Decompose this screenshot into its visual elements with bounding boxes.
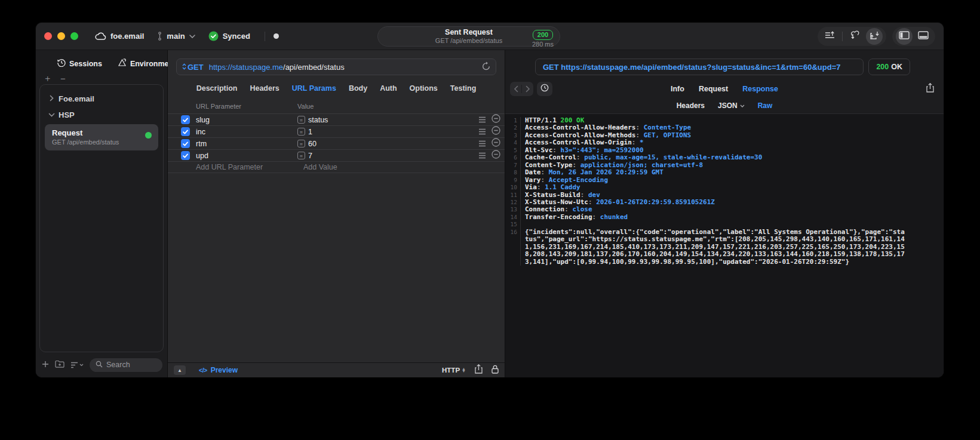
param-name-field[interactable]: slug: [196, 116, 297, 124]
new-folder-button[interactable]: [55, 359, 64, 370]
tab-options[interactable]: Options: [410, 84, 438, 93]
header-name: Vary: [525, 176, 541, 184]
close-window-button[interactable]: [44, 32, 52, 40]
header-value: public, max-age=15, stale-while-revalida…: [584, 153, 762, 161]
expand-panel-button[interactable]: ▲: [174, 365, 186, 375]
search-input[interactable]: Search: [90, 358, 162, 372]
lock-icon[interactable]: [491, 365, 499, 376]
export-response-button[interactable]: [926, 83, 934, 95]
pull-button[interactable]: [847, 28, 864, 45]
param-checkbox[interactable]: [181, 151, 190, 160]
request-url-path: /api/embed/status: [283, 63, 345, 72]
back-button[interactable]: [510, 82, 521, 96]
param-checkbox[interactable]: [181, 127, 190, 136]
tab-request[interactable]: Request: [699, 85, 728, 93]
header-colon: :: [635, 131, 643, 139]
request-url-bar[interactable]: GET https://statuspage.me/api/embed/stat…: [176, 59, 496, 75]
remove-session-button[interactable]: −: [60, 73, 66, 84]
header-name: Access-Control-Allow-Methods: [525, 131, 635, 139]
header-name: X-Status-Now-Utc: [525, 198, 588, 206]
minimize-window-button[interactable]: [57, 32, 65, 40]
delete-row-icon[interactable]: [491, 138, 500, 149]
header-value: application/json; charset=utf-8: [580, 161, 703, 169]
forward-button[interactable]: [522, 82, 533, 96]
http-version-selector[interactable]: HTTP ▲▼: [442, 367, 466, 374]
param-checkbox[interactable]: [181, 115, 190, 124]
param-name-field[interactable]: inc: [196, 128, 297, 136]
response-content[interactable]: 1HTTP/1.1 200 OK2Access-Control-Allow-He…: [505, 113, 944, 377]
header-value: Accept-Encoding: [549, 176, 608, 184]
share-request-button[interactable]: [475, 364, 483, 376]
history-nav: [510, 82, 552, 96]
header-name: Transfer-Encoding: [525, 213, 592, 221]
publish-button[interactable]: [821, 28, 838, 45]
branch-selector[interactable]: main: [157, 32, 195, 41]
tab-url-params[interactable]: URL Params: [292, 84, 336, 93]
list-options-button[interactable]: [70, 362, 84, 368]
add-session-button[interactable]: ＋: [43, 73, 52, 84]
sync-status[interactable]: Synced: [208, 31, 250, 41]
param-name-field[interactable]: rtm: [196, 140, 297, 148]
delete-row-icon[interactable]: [491, 114, 500, 125]
tab-headers[interactable]: Headers: [250, 84, 279, 93]
tab-testing[interactable]: Testing: [450, 84, 477, 93]
header-colon: :: [541, 176, 549, 184]
header-colon: :: [576, 153, 584, 161]
tree-item-foe-email[interactable]: Foe.email: [44, 91, 159, 107]
param-name-field[interactable]: upd: [196, 152, 297, 160]
param-row-icons: [478, 126, 500, 137]
tab-info[interactable]: Info: [671, 85, 684, 93]
bottom-panel-toggle-button[interactable]: [915, 28, 932, 45]
request-list-item[interactable]: Request GET /api/embed/status: [45, 124, 158, 150]
subtab-headers[interactable]: Headers: [677, 101, 705, 110]
activity-pill[interactable]: Sent Request GET /api/embed/status 200 2…: [377, 26, 560, 47]
stepper-arrows-icon: ▲▼: [462, 368, 466, 373]
tab-auth[interactable]: Auth: [380, 84, 397, 93]
project-menu[interactable]: foe.email: [95, 32, 144, 41]
search-icon: [96, 361, 103, 370]
recording-dot[interactable]: [274, 33, 279, 39]
method-selector[interactable]: GET: [182, 63, 204, 72]
delete-row-icon[interactable]: [491, 150, 500, 161]
tree-item-hsp[interactable]: HSP: [44, 107, 159, 123]
header-value: chunked: [600, 213, 628, 221]
header-value: GET, OPTIONS: [644, 131, 691, 139]
pull-icon: [850, 30, 861, 42]
delete-row-icon[interactable]: [491, 126, 500, 137]
reorder-handle-icon[interactable]: [478, 127, 486, 137]
response-status-code: 200: [876, 63, 889, 71]
reorder-handle-icon[interactable]: [478, 139, 486, 149]
zoom-window-button[interactable]: [70, 32, 78, 40]
response-request-line[interactable]: GET https://statuspage.me/api/embed/stat…: [535, 59, 864, 75]
request-url-text[interactable]: https://statuspage.me/api/embed/status: [209, 63, 345, 72]
tab-body[interactable]: Body: [349, 84, 367, 93]
resend-button[interactable]: [482, 61, 490, 73]
sidebar-toggle-button[interactable]: [896, 28, 913, 45]
line-number: 13: [505, 206, 521, 213]
header-value: h3=":443"; ma=2592000: [561, 146, 644, 154]
preview-button[interactable]: </> Preview: [199, 366, 238, 374]
param-value-field[interactable]: 60: [308, 140, 478, 148]
history-button[interactable]: [537, 82, 552, 96]
param-value-field[interactable]: 7: [308, 152, 478, 160]
param-value-field[interactable]: status: [308, 116, 478, 124]
header-name: Access-Control-Allow-Headers: [525, 124, 635, 131]
response-nav-row: InfoRequestResponse: [505, 80, 944, 98]
add-param-name-field[interactable]: Add URL Parameter: [196, 163, 303, 171]
subtab-json[interactable]: JSON: [718, 101, 745, 110]
param-value-field[interactable]: 1: [308, 128, 478, 136]
tab-response[interactable]: Response: [742, 85, 778, 93]
param-checkbox[interactable]: [181, 139, 190, 148]
reorder-handle-icon[interactable]: [478, 150, 486, 161]
reorder-handle-icon[interactable]: [478, 115, 486, 125]
param-row-slug: slug=status: [168, 113, 505, 125]
new-request-button[interactable]: [42, 359, 49, 370]
import-export-button[interactable]: [866, 28, 883, 45]
subtab-raw[interactable]: Raw: [758, 101, 773, 110]
params-add-row: Add URL Parameter Add Value: [168, 161, 505, 173]
add-param-value-field[interactable]: Add Value: [303, 163, 337, 171]
response-pane: GET https://statuspage.me/api/embed/stat…: [505, 50, 944, 377]
tab-description[interactable]: Description: [196, 84, 238, 93]
tab-sessions[interactable]: Sessions: [57, 59, 102, 69]
header-name: Alt-Svc: [525, 146, 552, 154]
